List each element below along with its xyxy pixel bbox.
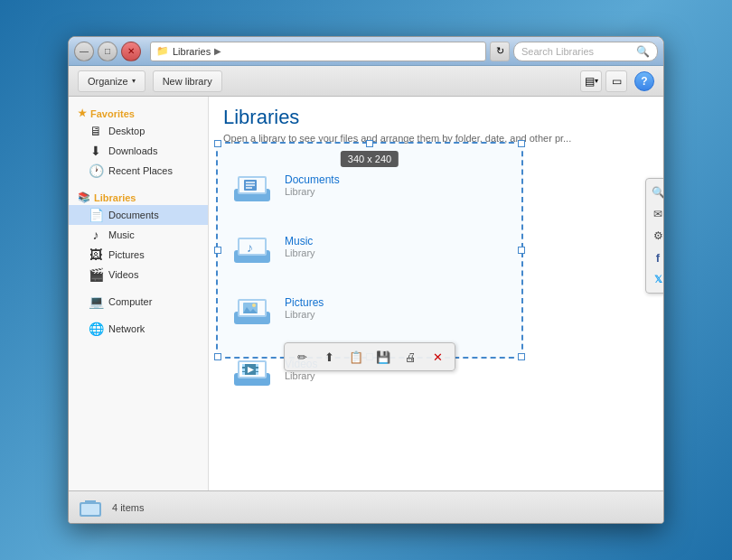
address-text: Libraries (173, 46, 211, 57)
sidebar-item-desktop[interactable]: 🖥 Desktop (69, 121, 208, 141)
handle-top-left[interactable] (214, 140, 221, 147)
videos-icon (230, 348, 274, 391)
organize-button[interactable]: Organize ▾ (78, 70, 145, 92)
pictures-sidebar-icon: 🖼 (89, 247, 103, 262)
favorites-label: Favorites (90, 108, 135, 119)
network-icon: 🌐 (89, 322, 103, 336)
sidebar-item-downloads[interactable]: ⬇ Downloads (69, 141, 208, 161)
documents-sidebar-icon: 📄 (89, 208, 103, 222)
library-item-pictures[interactable]: Pictures Library (223, 281, 649, 335)
svg-rect-22 (242, 369, 245, 371)
status-count: 4 items (112, 502, 144, 513)
libraries-section: 📚 Libraries (69, 188, 208, 205)
favorites-star-icon: ★ (78, 107, 87, 119)
desktop-icon: 🖥 (89, 124, 103, 138)
sidebar-item-pictures[interactable]: 🖼 Pictures (69, 245, 208, 265)
svg-rect-30 (85, 500, 96, 504)
close-button[interactable]: ✕ (121, 42, 141, 61)
title-bar: — □ ✕ 📁 Libraries ▶ ↻ Search Libraries 🔍 (69, 37, 663, 66)
favorites-section: ★ Favorites (69, 104, 208, 121)
search-icon: 🔍 (636, 45, 650, 58)
handle-bottom-left[interactable] (214, 353, 221, 360)
sidebar: ★ Favorites 🖥 Desktop ⬇ Downloads 🕐 Rece… (69, 97, 209, 490)
sidebar-item-network[interactable]: 🌐 Network (69, 319, 208, 339)
downloads-icon: ⬇ (89, 144, 103, 158)
float-search-button[interactable]: 🔍 (648, 182, 663, 202)
sidebar-separator-2 (69, 285, 208, 292)
sidebar-item-videos[interactable]: 🎬 Videos (69, 265, 208, 285)
library-item-music[interactable]: ♪ Music Library (223, 219, 649, 274)
videos-sidebar-icon: 🎬 (89, 267, 103, 282)
pictures-info: Pictures Library (285, 296, 324, 320)
preview-icon: ▭ (612, 75, 622, 88)
pictures-name: Pictures (285, 296, 324, 309)
handle-left-middle[interactable] (214, 247, 221, 254)
computer-icon: 💻 (89, 294, 103, 309)
network-label: Network (108, 323, 145, 334)
refresh-icon: ↻ (496, 45, 504, 57)
music-name: Music (285, 235, 315, 247)
help-label: ? (641, 75, 647, 88)
svg-rect-23 (242, 372, 245, 375)
documents-icon (230, 163, 274, 207)
sidebar-item-music[interactable]: ♪ Music (69, 225, 208, 245)
address-bar: 📁 Libraries ▶ ↻ Search Libraries 🔍 (150, 42, 658, 61)
float-facebook-button[interactable]: f (648, 247, 663, 267)
svg-rect-26 (256, 372, 258, 375)
view-dropdown-arrow: ▾ (595, 77, 598, 85)
videos-sidebar-label: Videos (108, 269, 138, 280)
organize-dropdown-arrow: ▾ (132, 77, 136, 85)
view-toggle-button[interactable]: ▤ ▾ (580, 70, 602, 92)
main-content: ★ Favorites 🖥 Desktop ⬇ Downloads 🕐 Rece… (69, 97, 663, 490)
videos-type: Library (285, 370, 317, 381)
computer-label: Computer (108, 296, 152, 307)
folder-icon: 📁 (156, 45, 169, 57)
sidebar-item-recent-places[interactable]: 🕐 Recent Places (69, 161, 208, 181)
sidebar-item-documents[interactable]: 📄 Documents (69, 205, 208, 225)
libraries-section-label: Libraries (94, 192, 136, 203)
library-item-documents[interactable]: Documents Library (223, 158, 649, 212)
float-settings-button[interactable]: ⚙ (648, 226, 663, 246)
address-path[interactable]: 📁 Libraries ▶ (150, 42, 486, 61)
content-area: Libraries Open a library to see your fil… (209, 97, 663, 490)
refresh-button[interactable]: ↻ (490, 42, 510, 61)
pictures-type: Library (285, 309, 324, 320)
libraries-section-icon: 📚 (78, 191, 90, 203)
music-info: Music Library (285, 235, 315, 258)
svg-rect-25 (256, 369, 258, 371)
new-library-label: New library (163, 76, 212, 87)
preview-pane-button[interactable]: ▭ (605, 70, 627, 92)
svg-text:♪: ♪ (247, 240, 253, 255)
pictures-icon (230, 286, 274, 330)
recent-places-icon: 🕐 (89, 163, 103, 178)
documents-name: Documents (285, 173, 340, 186)
maximize-button[interactable]: □ (98, 42, 117, 61)
music-icon: ♪ (230, 225, 274, 268)
documents-type: Library (285, 186, 340, 197)
library-list: Documents Library ♪ (223, 158, 649, 397)
recent-places-label: Recent Places (108, 165, 173, 176)
svg-rect-21 (242, 364, 245, 367)
help-button[interactable]: ? (634, 71, 654, 91)
minimize-button[interactable]: — (74, 42, 94, 61)
address-arrow: ▶ (214, 46, 221, 56)
videos-info: Videos Library (285, 358, 317, 381)
downloads-label: Downloads (108, 145, 157, 156)
documents-info: Documents Library (285, 173, 340, 197)
library-item-videos[interactable]: Videos Library (223, 342, 649, 397)
float-toolbar: 🔍 ✉ ⚙ f 𝕏 (645, 178, 663, 294)
organize-label: Organize (88, 76, 128, 87)
new-library-button[interactable]: New library (153, 70, 222, 92)
status-icon (78, 495, 103, 520)
float-email-button[interactable]: ✉ (648, 204, 663, 224)
sidebar-item-computer[interactable]: 💻 Computer (69, 292, 208, 312)
videos-name: Videos (285, 358, 317, 370)
float-twitter-button[interactable]: 𝕏 (648, 269, 663, 289)
documents-sidebar-label: Documents (108, 210, 159, 220)
music-type: Library (285, 247, 315, 258)
sidebar-separator-3 (69, 312, 208, 319)
search-box[interactable]: Search Libraries 🔍 (513, 42, 658, 61)
content-description: Open a library to see your files and arr… (223, 133, 649, 144)
window-controls: — □ ✕ (74, 42, 141, 61)
svg-point-16 (252, 303, 256, 307)
